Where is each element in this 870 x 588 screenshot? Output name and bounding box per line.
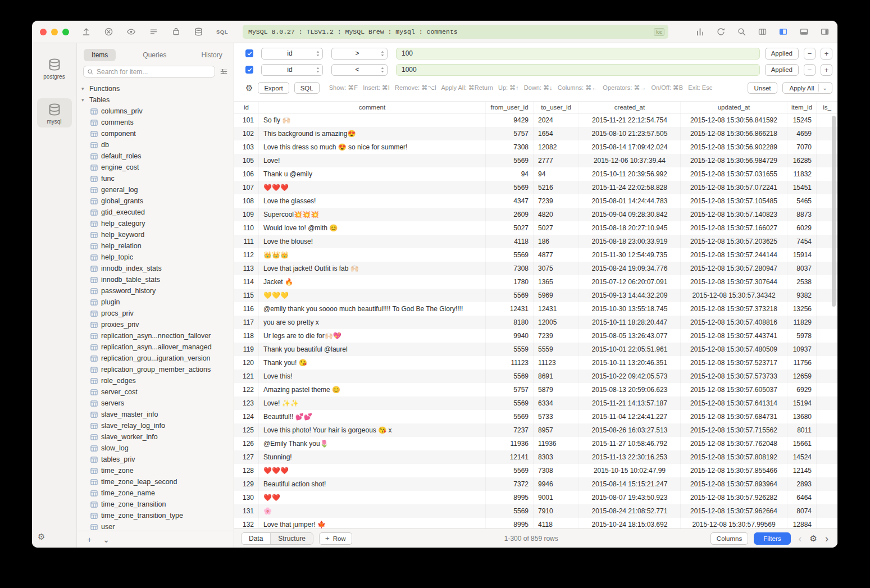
cell-created_at[interactable]: 2015-12-06 10:37:39.44 [579, 154, 681, 167]
table-row[interactable]: 112👑👑👑556948772015-11-30 12:54:49.735201… [234, 248, 837, 262]
filter-operator-select[interactable]: < [331, 64, 388, 76]
cell-id[interactable]: 117 [234, 316, 259, 329]
filter-checkbox[interactable] [245, 49, 253, 57]
cell-comment[interactable]: Love this! [259, 370, 486, 383]
cell-id[interactable]: 111 [234, 235, 259, 248]
cell-item_id[interactable]: 10937 [787, 343, 817, 356]
table-row[interactable]: 130❤️❤️899590012015-08-07 19:43:50.92320… [234, 491, 837, 504]
cell-created_at[interactable]: 2015-07-12 06:20:07.091 [579, 275, 681, 289]
cell-to_user_id[interactable]: 8691 [534, 370, 579, 383]
cell-from_user_id[interactable]: 8995 [486, 491, 534, 504]
cell-is_[interactable] [817, 423, 837, 437]
filter-add-button[interactable]: + [821, 64, 832, 76]
cell-comment[interactable]: Jacket 🔥 [259, 275, 486, 289]
cell-is_[interactable] [817, 356, 837, 370]
sidebar-table-replication_asyn...ailover_managed[interactable]: replication_asyn...ailover_managed [77, 341, 234, 353]
cell-from_user_id[interactable]: 5569 [486, 396, 534, 410]
cell-item_id[interactable]: 7070 [787, 140, 817, 154]
cell-to_user_id[interactable]: 12082 [534, 140, 579, 154]
cell-from_user_id[interactable]: 5569 [486, 248, 534, 262]
sidebar-table-default_roles[interactable]: default_roles [77, 151, 234, 162]
cell-updated_at[interactable]: 2015-12-08 15:30:56.984729 [681, 154, 787, 167]
cell-comment[interactable]: you are so pretty x [259, 316, 486, 329]
sidebar-table-engine_cost[interactable]: engine_cost [77, 162, 234, 173]
gear-icon[interactable]: ⚙ [810, 534, 817, 543]
cell-item_id[interactable]: 2893 [787, 477, 817, 491]
cell-id[interactable]: 118 [234, 329, 259, 343]
tab-data[interactable]: Data [242, 533, 270, 544]
cell-to_user_id[interactable]: 7308 [534, 464, 579, 477]
column-header-to_user_id[interactable]: to_user_id [534, 102, 579, 113]
table-row[interactable]: 108Love the glasses!434772392015-08-01 1… [234, 194, 837, 208]
table-row[interactable]: 122Amazing pastel theme 😊575758792015-08… [234, 383, 837, 396]
cell-to_user_id[interactable]: 5559 [534, 343, 579, 356]
cell-updated_at[interactable]: 2015-12-08 15:30:57.34342 [681, 289, 787, 302]
cell-is_[interactable] [817, 383, 837, 396]
cell-from_user_id[interactable]: 5569 [486, 181, 534, 194]
cell-created_at[interactable]: 2015-10-01 22:05:51.961 [579, 343, 681, 356]
table-row[interactable]: 116@emily thank you soooo much beautiful… [234, 302, 837, 316]
table-row[interactable]: 126@Emily Thank you🌷11936119362015-11-27… [234, 437, 837, 450]
add-row-button[interactable]: + Row [319, 532, 352, 545]
cell-is_[interactable] [817, 437, 837, 450]
search-icon[interactable] [737, 27, 746, 37]
minimize-icon[interactable] [51, 29, 58, 35]
cell-from_user_id[interactable]: 5569 [486, 370, 534, 383]
cell-comment[interactable]: Beautiful action shot! [259, 477, 486, 491]
cell-comment[interactable]: Love! [259, 154, 486, 167]
cell-from_user_id[interactable]: 5569 [486, 410, 534, 423]
cell-id[interactable]: 123 [234, 396, 259, 410]
cell-updated_at[interactable]: 2015-12-08 15:30:57.99569 [681, 518, 787, 529]
cell-created_at[interactable]: 2015-08-14 17:09:42.024 [579, 140, 681, 154]
cell-comment[interactable]: 🌸 [259, 504, 486, 518]
cell-created_at[interactable]: 2015-10-11 20:39:56.992 [579, 167, 681, 181]
cell-is_[interactable] [817, 329, 837, 343]
sidebar-table-password_history[interactable]: password_history [77, 285, 234, 297]
cell-to_user_id[interactable]: 5969 [534, 289, 579, 302]
cell-item_id[interactable]: 11829 [787, 316, 817, 329]
cell-id[interactable]: 126 [234, 437, 259, 450]
filter-field-select[interactable]: id [261, 48, 323, 60]
cell-is_[interactable] [817, 450, 837, 464]
cell-created_at[interactable]: 2015-11-27 10:58:46.792 [579, 437, 681, 450]
filter-value-input[interactable] [396, 64, 760, 76]
cell-created_at[interactable]: 2015-08-01 14:24:44.783 [579, 194, 681, 208]
cell-created_at[interactable]: 2015-08-18 23:00:33.919 [579, 235, 681, 248]
cell-created_at[interactable]: 2015-11-21 22:12:54.754 [579, 113, 681, 127]
cell-updated_at[interactable]: 2015-12-08 15:30:57.443741 [681, 329, 787, 343]
cell-to_user_id[interactable]: 186 [534, 235, 579, 248]
cell-id[interactable]: 119 [234, 343, 259, 356]
table-row[interactable]: 123Love! ✨✨556963342015-11-21 14:13:57.1… [234, 396, 837, 410]
filter-checkbox[interactable] [245, 66, 253, 74]
table-row[interactable]: 119Thank you beautiful @laurel5559555920… [234, 343, 837, 356]
cell-comment[interactable]: Supercool💥💥💥 [259, 208, 486, 221]
table-row[interactable]: 128❤️❤️❤️556973082015-10-15 10:02:47.992… [234, 464, 837, 477]
tab-history[interactable]: History [193, 49, 230, 61]
filter-add-button[interactable]: + [821, 48, 832, 60]
sidebar-table-time_zone_leap_second[interactable]: time_zone_leap_second [77, 476, 234, 487]
sidebar-table-innodb_table_stats[interactable]: innodb_table_stats [77, 274, 234, 285]
disconnect-icon[interactable] [104, 27, 113, 37]
cell-comment[interactable]: Love this dress so much 😍 so nice for su… [259, 140, 486, 154]
table-row[interactable]: 105Love!556927772015-12-06 10:37:39.4420… [234, 154, 837, 167]
cell-to_user_id[interactable]: 5733 [534, 410, 579, 423]
cell-from_user_id[interactable]: 7237 [486, 423, 534, 437]
list-icon[interactable] [149, 27, 158, 37]
cell-comment[interactable]: ❤️❤️❤️ [259, 464, 486, 477]
sidebar-table-help_category[interactable]: help_category [77, 218, 234, 229]
filters-button[interactable]: Filters [754, 532, 790, 545]
cell-item_id[interactable]: 14524 [787, 450, 817, 464]
cell-id[interactable]: 101 [234, 113, 259, 127]
cell-updated_at[interactable]: 2015-12-08 15:30:57.855466 [681, 464, 787, 477]
cell-updated_at[interactable]: 2015-12-08 15:30:57.808192 [681, 450, 787, 464]
cell-item_id[interactable]: 13256 [787, 302, 817, 316]
cell-updated_at[interactable]: 2015-12-08 15:30:57.573733 [681, 370, 787, 383]
sidebar-table-time_zone_name[interactable]: time_zone_name [77, 487, 234, 499]
cell-item_id[interactable]: 4659 [787, 127, 817, 140]
cell-to_user_id[interactable]: 7239 [534, 329, 579, 343]
table-row[interactable]: 120Thank you! 😘11123111232015-10-11 13:2… [234, 356, 837, 370]
table-row[interactable]: 113Love that jacket! Outfit is fab 🙌🏻730… [234, 262, 837, 275]
table-row[interactable]: 124Beautiful!! 💕💕556957332015-11-04 12:2… [234, 410, 837, 423]
cell-item_id[interactable]: 13680 [787, 410, 817, 423]
sidebar-table-slave_master_info[interactable]: slave_master_info [77, 409, 234, 420]
